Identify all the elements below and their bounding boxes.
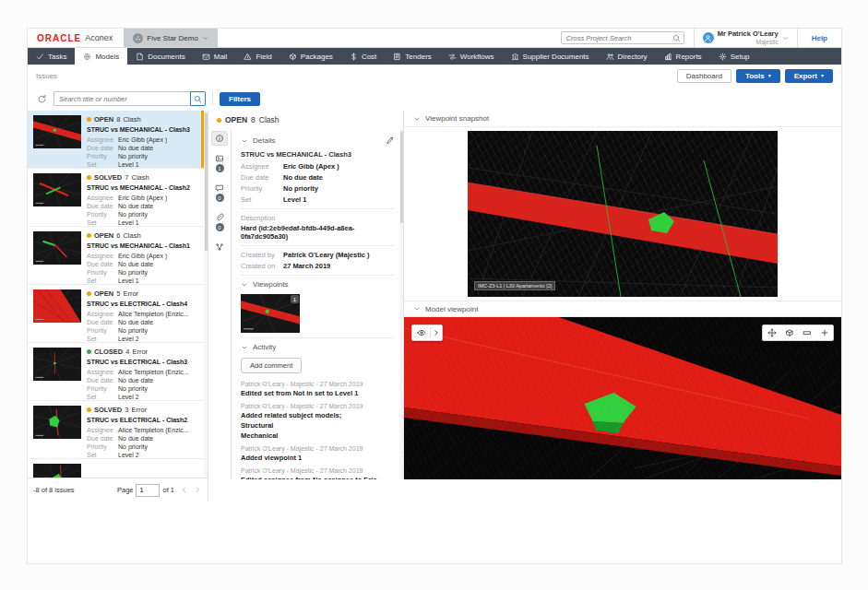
pan-icon-button[interactable] xyxy=(763,325,780,340)
nav-item-mail[interactable]: Mail xyxy=(194,48,236,65)
issues-count: -8 of 8 issues xyxy=(33,486,75,494)
mail-icon xyxy=(202,53,210,61)
viewpoints-section-header[interactable]: Viewpoints xyxy=(241,280,394,289)
issue-list-item[interactable]: OPEN5Error STRUC vs ELECTRICAL - Clash4 … xyxy=(28,285,204,343)
check-icon xyxy=(36,53,44,61)
detail-scrollbar[interactable] xyxy=(399,129,403,479)
activity-entry: Patrick O'Leary - Majestic - 27 March 20… xyxy=(241,445,394,462)
issue-list-item[interactable]: OPEN8Clash STRUC vs MECHANICAL - Clash3 … xyxy=(28,111,204,169)
document-icon xyxy=(136,53,144,61)
top-bar: ORACLE Aconex Five Star Demo Mr Patrick … xyxy=(28,29,841,48)
nav-item-field[interactable]: Field xyxy=(235,48,279,65)
chevron-down-icon xyxy=(202,35,208,41)
issue-title: STRUC vs MECHANICAL - Clash1 xyxy=(87,242,199,250)
tools-button[interactable]: Tools▾ xyxy=(736,69,780,83)
issue-title: STRUC vs MECHANICAL - Clash3 xyxy=(241,150,394,159)
nav-item-cost[interactable]: Cost xyxy=(341,48,385,65)
next-page-icon[interactable] xyxy=(194,486,202,494)
detail-assignee: Eric Gibb (Apex ) xyxy=(283,162,339,171)
export-button[interactable]: Export▾ xyxy=(785,69,833,83)
chevron-right-icon xyxy=(432,328,441,337)
help-link[interactable]: Help xyxy=(797,29,841,47)
issues-scrollbar[interactable] xyxy=(204,111,208,478)
rail-item-related-models-icon[interactable] xyxy=(211,240,228,254)
page-input[interactable] xyxy=(136,484,160,497)
cross-project-search-input[interactable] xyxy=(561,31,684,44)
chevron-down-icon xyxy=(241,344,248,351)
image-icon xyxy=(215,154,224,163)
globe-icon xyxy=(83,53,91,61)
rail-item-paperclip-icon[interactable]: 0 xyxy=(211,210,228,234)
details-section-header[interactable]: Details xyxy=(241,136,394,145)
viewpoint-snapshot-image: IMC-Z3-L1 | L30 Apartamento [2] xyxy=(468,131,778,297)
info-icon xyxy=(215,134,224,143)
measure-icon xyxy=(803,328,812,337)
nav-item-tenders[interactable]: Tenders xyxy=(385,48,439,65)
user-menu[interactable]: Mr Patrick O'Leary Majestic xyxy=(694,29,797,47)
chevron-down-icon xyxy=(782,35,789,41)
detail-number: 8 xyxy=(251,115,256,124)
rail-badge: 0 xyxy=(216,194,224,202)
nav-item-workflows[interactable]: Workflows xyxy=(440,48,503,65)
detail-priority: No priority xyxy=(283,184,318,193)
nav-item-supplier-documents[interactable]: Supplier Documents xyxy=(503,48,598,65)
zoom-plus-icon-button[interactable] xyxy=(815,325,833,340)
nav-item-reports[interactable]: Reports xyxy=(656,48,710,65)
issue-list-item[interactable]: CLOSED4Error STRUC vs ELECTRICAL - Clash… xyxy=(28,343,204,401)
prev-page-icon[interactable] xyxy=(180,486,188,494)
oracle-aconex-logo: ORACLE Aconex xyxy=(28,29,124,47)
model-viewpoint-header[interactable]: Model viewpoint xyxy=(404,301,841,317)
viewpoint-snapshot-header[interactable]: Viewpoint snapshot xyxy=(404,111,841,127)
viewpoint-thumbnail[interactable]: 1 xyxy=(241,294,300,333)
search-icon[interactable] xyxy=(672,34,681,42)
nav-item-directory[interactable]: Directory xyxy=(598,48,656,65)
add-comment-button[interactable]: Add comment xyxy=(241,358,302,373)
user-org: Majestic xyxy=(756,39,779,45)
main-nav: TasksModelsDocumentsMailFieldPackagesCos… xyxy=(28,48,841,65)
detail-icon-rail: 100 xyxy=(208,129,231,479)
issue-number: 3 xyxy=(125,406,128,415)
issue-search-input[interactable] xyxy=(54,91,190,106)
issue-title: STRUC vs ELECTRICAL - Clash3 xyxy=(87,358,199,366)
refresh-icon[interactable] xyxy=(37,94,47,104)
page-of-label: of 1 xyxy=(162,486,174,494)
model-navigation-toolbar xyxy=(762,324,834,341)
nav-item-documents[interactable]: Documents xyxy=(127,48,193,65)
issue-type: Clash xyxy=(123,231,140,241)
issue-thumbnail xyxy=(33,348,81,381)
nav-item-tasks[interactable]: Tasks xyxy=(28,48,75,65)
rail-item-image-icon[interactable]: 1 xyxy=(211,151,228,175)
cross-project-search xyxy=(561,29,684,47)
chevron-down-icon xyxy=(413,305,421,313)
issue-list-item[interactable]: OPEN6Clash STRUC vs MECHANICAL - Clash1 … xyxy=(28,227,204,285)
issue-number: 8 xyxy=(116,115,120,124)
detail-set: Level 1 xyxy=(283,195,306,204)
nav-item-packages[interactable]: Packages xyxy=(280,48,341,65)
detail-type: Clash xyxy=(259,115,279,124)
detail-card: Details STRUC vs MECHANICAL - Clash3 Ass… xyxy=(231,129,403,479)
section-cube-icon-button[interactable] xyxy=(780,325,798,340)
activity-section-header[interactable]: Activity xyxy=(241,343,394,351)
rail-item-info-icon[interactable] xyxy=(211,131,228,146)
filters-button[interactable]: Filters xyxy=(220,92,260,106)
status-dot xyxy=(87,291,91,296)
nav-item-models[interactable]: Models xyxy=(75,48,127,65)
issue-list-item[interactable]: SOLVED7Clash STRUC vs MECHANICAL - Clash… xyxy=(28,169,204,227)
search-button[interactable] xyxy=(190,91,206,106)
edit-pencil-icon[interactable] xyxy=(386,136,395,145)
chevron-down-icon: ▾ xyxy=(768,73,771,78)
model-viewport[interactable] xyxy=(404,317,841,479)
issue-list-item[interactable]: SOLVED3Error STRUC vs ELECTRICAL - Clash… xyxy=(28,401,204,459)
dashboard-button[interactable]: Dashboard xyxy=(677,69,731,83)
project-selector[interactable]: Five Star Demo xyxy=(124,29,218,47)
nav-item-setup[interactable]: Setup xyxy=(710,48,758,65)
issue-list-item[interactable] xyxy=(28,459,204,478)
measure-icon-button[interactable] xyxy=(798,325,815,340)
chevron-right-icon-button[interactable] xyxy=(431,325,442,340)
issue-detail-header: OPEN 8 Clash xyxy=(208,111,403,129)
rail-badge: 0 xyxy=(216,223,224,231)
avatar xyxy=(703,32,714,43)
rail-item-comment-icon[interactable]: 0 xyxy=(211,181,228,205)
eye-icon-button[interactable] xyxy=(412,325,430,340)
tenders-icon xyxy=(393,53,401,61)
